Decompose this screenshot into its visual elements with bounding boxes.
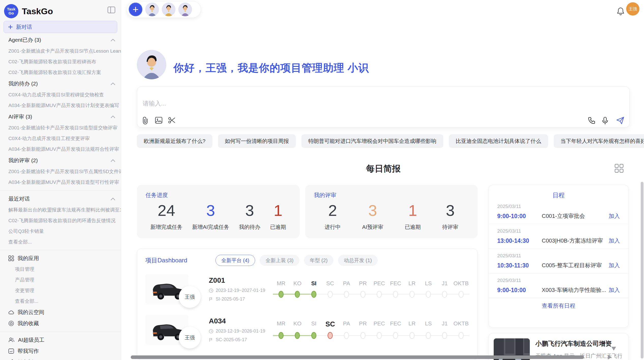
logo-text-2: Go	[9, 11, 14, 15]
stat-label: 进行中	[325, 223, 341, 231]
project-code: Z001	[209, 276, 266, 284]
sidebar-item-creative-draw[interactable]: 创意制图	[0, 357, 121, 360]
list-item[interactable]: C02-飞腾新能源轻客改款项目里程碑画布	[0, 56, 121, 67]
tab-powertrain-dev[interactable]: 动总开发 (1)	[338, 255, 378, 266]
user-avatar[interactable]: 王强	[626, 2, 639, 16]
list-item[interactable]: Z001-全新燃油轻卡产品开发项目SI节点属性5D文件评审	[0, 166, 121, 177]
event-date: 2025/03/11	[497, 278, 620, 283]
stat-label: 新增完成任务	[150, 223, 182, 231]
help-write-label: 帮我写作	[18, 348, 39, 355]
clock-icon	[209, 288, 213, 293]
scissors-icon[interactable]	[168, 117, 176, 124]
list-item[interactable]: 公司Q3轻卡销量	[0, 226, 121, 237]
tab-all-new-platform[interactable]: 全新平台 (4)	[215, 255, 255, 266]
stat-label: 已逾期	[270, 223, 286, 231]
section-header-ai-review[interactable]: AI评审 (3)	[0, 111, 121, 123]
section-title: 我的待办 (2)	[8, 80, 38, 87]
milestone-dot-J1	[442, 291, 447, 298]
suggestion-chip[interactable]: 如何写一份清晰的项目周报	[218, 134, 296, 148]
sidebar-item-favorites[interactable]: 我的收藏	[0, 318, 121, 329]
sidebar-item-ai-employee[interactable]: AI超级员工	[0, 334, 121, 346]
list-item[interactable]: C02-飞腾新能源轻客改款项目立项汇报方案	[0, 67, 121, 78]
vertical-scrollbar[interactable]	[641, 182, 643, 358]
view-all-schedule-link[interactable]: 查看所有日程	[489, 298, 628, 310]
project-row[interactable]: 王强 A034 2023-12-19~2026-01-19 SC-2025-05…	[137, 311, 477, 349]
list-item[interactable]: C02-飞腾新能源轻客改款项目的闭环通告反馈情况	[0, 215, 121, 226]
list-item[interactable]: C0X4-动力总成开发项目工程变更评审	[0, 133, 121, 144]
list-item[interactable]: A034-全新新能源MUV产品开发项目造型可行性评审	[0, 177, 121, 188]
layout-grid-icon[interactable]	[614, 164, 624, 173]
suggestion-chip[interactable]: 特朗普可能对进口汽车增税会对中国车企造成哪些影响	[301, 134, 443, 148]
clock-icon	[209, 329, 213, 334]
milestone-label-J1: J1	[436, 280, 453, 287]
list-item[interactable]: A034-全新新能源MUV产品开发项目法规符合性评审	[0, 144, 121, 155]
assistant-avatar	[137, 50, 166, 79]
section-title: AI评审 (3)	[8, 113, 32, 120]
event-name: C005-整车工程目标评审	[542, 262, 609, 269]
scroll-right-arrow[interactable]	[608, 355, 612, 359]
sidebar-item-project-mgmt[interactable]: 项目管理	[0, 264, 121, 275]
tab-new-upfit[interactable]: 全新上装 (3)	[260, 255, 299, 266]
input-action-tools	[588, 117, 624, 124]
milestone-dot-SI	[311, 291, 316, 298]
milestone-label-PEC: PEC	[371, 320, 387, 328]
avatar[interactable]	[162, 3, 175, 16]
list-item[interactable]: C0X4-动力总成开发项目SI里程碑提交物检查	[0, 89, 121, 100]
milestone-label-PA: PA	[338, 320, 355, 328]
stat-value: 1	[405, 202, 421, 219]
section-title: 最近对话	[8, 195, 30, 202]
list-item[interactable]: 解释最新出台的欧盟报废车法规再生塑料比例被调至15%...	[0, 205, 121, 215]
scroll-down-arrow[interactable]	[611, 347, 616, 351]
cloud-space-label: 我的云空间	[18, 309, 44, 316]
avatar[interactable]	[178, 3, 192, 16]
sidebar-item-product-mgmt[interactable]: 产品管理	[0, 275, 121, 285]
join-link[interactable]: 加入	[609, 212, 620, 220]
chevron-up-icon	[111, 159, 115, 162]
sidebar-item-view-all-apps[interactable]: 查看全部...	[0, 296, 121, 307]
send-icon[interactable]	[616, 117, 624, 124]
section-header-recent[interactable]: 最近对话	[0, 193, 121, 205]
tab-model-year[interactable]: 年型 (2)	[304, 255, 333, 266]
section-header-my-review[interactable]: 我的评审 (2)	[0, 155, 121, 166]
milestone-dot-FEC	[393, 291, 398, 298]
sidebar-header: Task Go TaskGo	[0, 0, 121, 19]
join-link[interactable]: 加入	[609, 237, 620, 245]
milestone-dot-LR	[409, 291, 415, 298]
section-header-my-todo[interactable]: 我的待办 (2)	[0, 78, 121, 89]
stat-label: 待评审	[442, 223, 458, 231]
add-session-button[interactable]: +	[129, 3, 142, 16]
event-time: 9:00-10:00	[497, 213, 542, 220]
dashboard-title: 项目Dashboard	[145, 256, 209, 264]
daily-briefing-title: 每日简报	[137, 163, 630, 175]
horizontal-scrollbar[interactable]	[131, 355, 584, 359]
milestone-label-MR: MR	[273, 320, 289, 328]
sidebar-item-help-write[interactable]: 帮我写作	[0, 346, 121, 357]
list-item[interactable]: Z001-全新燃油轻卡产品开发项目SI造型提交物评审	[0, 123, 121, 133]
sidebar-item-my-apps[interactable]: 我的应用	[0, 253, 121, 264]
list-item[interactable]: Z001-全新燃油皮卡产品开发项目SI节点Lesson Learn报告	[0, 46, 121, 56]
chat-input-box[interactable]: 请输入...	[137, 86, 630, 128]
paperclip-icon[interactable]	[142, 117, 149, 124]
avatar[interactable]	[145, 3, 159, 16]
join-link[interactable]: 加入	[609, 262, 620, 269]
people-icon	[8, 337, 14, 342]
section-header-agent-done[interactable]: Agent已办 (3)	[0, 34, 121, 46]
microphone-icon[interactable]	[602, 117, 610, 124]
new-chat-button[interactable]: 新对话	[4, 21, 117, 33]
suggestion-chip[interactable]: 当下年轻人对汽车外观有怎样的喜好趋势	[554, 134, 644, 148]
phone-icon[interactable]	[588, 117, 595, 124]
sidebar-item-cloud-space[interactable]: 我的云空间	[0, 307, 121, 318]
suggestion-chip[interactable]: 欧洲新规最近颁布了什么?	[137, 134, 212, 148]
app-logo: Task Go	[4, 4, 18, 18]
list-item[interactable]: A034-全新新能源MUV产品开发项目计划变更表编写	[0, 100, 121, 111]
list-item-view-all[interactable]: 查看全部...	[0, 237, 121, 247]
notification-bell-icon[interactable]	[617, 7, 625, 16]
task-progress-card: 任务进度 24 新增完成任务 3 新增AI完成任务 3 我的待办 1 已逾期	[137, 185, 300, 238]
sidebar-collapse-icon[interactable]	[108, 7, 115, 13]
image-icon[interactable]	[155, 117, 163, 124]
join-link[interactable]: 加入	[609, 286, 620, 294]
suggestion-chip[interactable]: 比亚迪全固态电池计划具体说了什么	[449, 134, 548, 148]
project-row[interactable]: 王强 Z001 2023-12-19~2027-01-19 SI-2025-05…	[137, 270, 477, 308]
cloud-icon	[8, 310, 14, 314]
sidebar-item-change-mgmt[interactable]: 变更管理	[0, 285, 121, 296]
